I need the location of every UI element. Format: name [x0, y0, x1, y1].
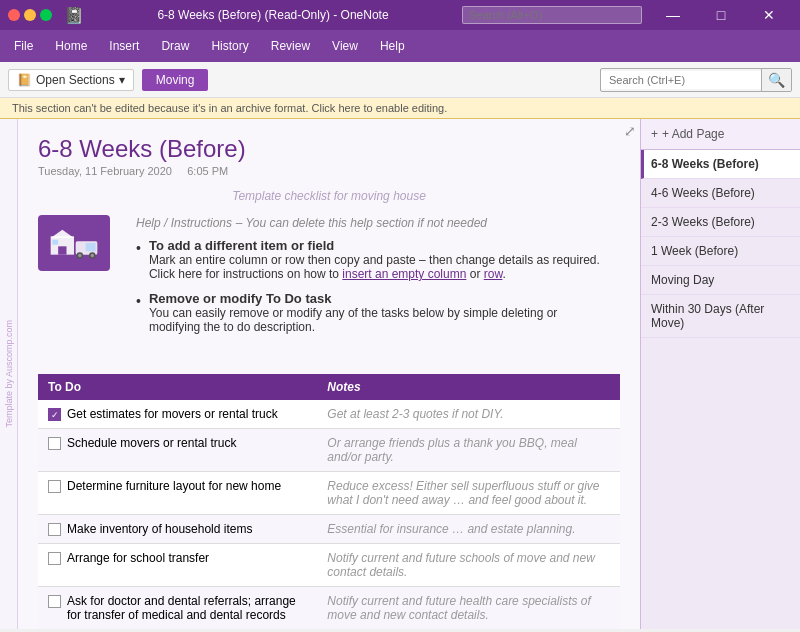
menu-draw[interactable]: Draw — [151, 35, 199, 57]
page-title: 6-8 Weeks (Before) — [38, 135, 620, 163]
search-input[interactable] — [601, 71, 761, 89]
close-button[interactable] — [8, 9, 20, 21]
menu-view[interactable]: View — [322, 35, 368, 57]
sidebar-page-item[interactable]: 1 Week (Before) — [641, 237, 800, 266]
template-note: Template checklist for moving house — [38, 189, 620, 203]
menu-help[interactable]: Help — [370, 35, 415, 57]
window-title: 6-8 Weeks (Before) (Read-Only) - OneNote — [84, 8, 462, 22]
todo-cell: Determine furniture layout for new home — [38, 472, 317, 515]
todo-cell: Schedule movers or rental truck — [38, 429, 317, 472]
todo-table: To Do Notes Get estimates for movers or … — [38, 374, 620, 629]
window-close-button[interactable]: ✕ — [746, 0, 792, 30]
date-text: Tuesday, 11 February 2020 — [38, 165, 172, 177]
svg-rect-5 — [86, 243, 96, 251]
insert-row-link[interactable]: row — [484, 267, 503, 281]
svg-point-9 — [91, 254, 94, 257]
plus-icon: + — [651, 127, 658, 141]
help-item-2: • Remove or modify To Do task You can ea… — [136, 291, 610, 334]
notes-cell: Get at least 2-3 quotes if not DIY. — [317, 400, 620, 429]
truck-icon-box — [38, 215, 110, 271]
svg-marker-1 — [51, 230, 74, 238]
page-date: Tuesday, 11 February 2020 6:05 PM — [38, 165, 620, 177]
todo-cell: Ask for doctor and dental referrals; arr… — [38, 587, 317, 630]
menu-review[interactable]: Review — [261, 35, 320, 57]
table-row: Ask for doctor and dental referrals; arr… — [38, 587, 620, 630]
menu-file[interactable]: File — [4, 35, 43, 57]
help-item-1: • To add a different item or field Mark … — [136, 238, 610, 281]
todo-cell: Arrange for school transfer — [38, 544, 317, 587]
menubar: File Home Insert Draw History Review Vie… — [0, 30, 800, 62]
todo-checkbox[interactable] — [48, 437, 61, 450]
page-list: 6-8 Weeks (Before)4-6 Weeks (Before)2-3 … — [641, 150, 800, 629]
help-heading-2: Remove or modify To Do task — [149, 291, 332, 306]
add-page-button[interactable]: + + Add Page — [641, 119, 800, 150]
svg-rect-2 — [58, 246, 66, 254]
main-layout: Template by Auscomp.com ⤢ 6-8 Weeks (Bef… — [0, 119, 800, 629]
todo-label: Schedule movers or rental truck — [67, 436, 236, 450]
min-button[interactable] — [24, 9, 36, 21]
help-item-2-content: Remove or modify To Do task You can easi… — [149, 291, 610, 334]
search-button[interactable]: 🔍 — [761, 69, 791, 91]
notes-cell: Notify current and future health care sp… — [317, 587, 620, 630]
sidebar-page-item[interactable]: Moving Day — [641, 266, 800, 295]
todo-cell: Make inventory of household items — [38, 515, 317, 544]
watermark-sidebar: Template by Auscomp.com — [0, 119, 18, 629]
todo-checkbox[interactable] — [48, 480, 61, 493]
insert-column-link[interactable]: insert an empty column — [342, 267, 466, 281]
bullet-icon-1: • — [136, 240, 141, 281]
menu-home[interactable]: Home — [45, 35, 97, 57]
todo-label: Arrange for school transfer — [67, 551, 209, 565]
todo-checkbox[interactable] — [48, 523, 61, 536]
titlebar: 📓 6-8 Weeks (Before) (Read-Only) - OneNo… — [0, 0, 800, 30]
table-row: Arrange for school transferNotify curren… — [38, 544, 620, 587]
notebook-icon: 📔 — [17, 73, 32, 87]
help-link-suffix: . — [502, 267, 505, 281]
titlebar-left: 📓 — [8, 6, 84, 25]
notes-cell: Reduce excess! Either sell superfluous s… — [317, 472, 620, 515]
help-area: Help / Instructions – You can delete thi… — [38, 215, 620, 360]
sidebar-page-item[interactable]: Within 30 Days (After Move) — [641, 295, 800, 338]
svg-rect-3 — [52, 240, 58, 245]
table-row: Make inventory of household itemsEssenti… — [38, 515, 620, 544]
table-header-notes: Notes — [317, 374, 620, 400]
max-button[interactable] — [40, 9, 52, 21]
todo-checkbox[interactable] — [48, 552, 61, 565]
warning-text: This section can't be edited because it'… — [12, 102, 447, 114]
notes-cell: Or arrange friends plus a thank you BBQ,… — [317, 429, 620, 472]
right-sidebar: + + Add Page 6-8 Weeks (Before)4-6 Weeks… — [640, 119, 800, 629]
svg-point-7 — [78, 254, 81, 257]
moving-tab[interactable]: Moving — [142, 69, 209, 91]
title-search-input[interactable] — [462, 6, 642, 24]
truck-icon — [49, 223, 99, 263]
sidebar-page-item[interactable]: 4-6 Weeks (Before) — [641, 179, 800, 208]
todo-checkbox[interactable] — [48, 595, 61, 608]
maximize-button[interactable]: □ — [698, 0, 744, 30]
chevron-down-icon: ▾ — [119, 73, 125, 87]
table-header-todo: To Do — [38, 374, 317, 400]
menu-insert[interactable]: Insert — [99, 35, 149, 57]
help-link-middle-1: or — [466, 267, 483, 281]
help-item-1-content: To add a different item or field Mark an… — [149, 238, 600, 281]
open-sections-label: Open Sections — [36, 73, 115, 87]
help-subtitle: – You can delete this help section if no… — [236, 216, 487, 230]
notes-cell: Notify current and future schools of mov… — [317, 544, 620, 587]
todo-label: Ask for doctor and dental referrals; arr… — [67, 594, 307, 622]
help-section: Help / Instructions – You can delete thi… — [126, 215, 620, 344]
expand-button[interactable]: ⤢ — [624, 123, 636, 139]
content-area: ⤢ 6-8 Weeks (Before) Tuesday, 11 Februar… — [18, 119, 640, 629]
menu-history[interactable]: History — [201, 35, 258, 57]
help-heading-1: To add a different item or field — [149, 238, 334, 253]
table-row: Schedule movers or rental truckOr arrang… — [38, 429, 620, 472]
sidebar-page-item[interactable]: 6-8 Weeks (Before) — [641, 150, 800, 179]
minimize-button[interactable]: — — [650, 0, 696, 30]
open-sections-button[interactable]: 📔 Open Sections ▾ — [8, 69, 134, 91]
table-row: Get estimates for movers or rental truck… — [38, 400, 620, 429]
table-row: Determine furniture layout for new homeR… — [38, 472, 620, 515]
navbar: 📔 Open Sections ▾ Moving 🔍 — [0, 62, 800, 98]
help-body-2: You can easily remove or modify any of t… — [149, 306, 557, 334]
sidebar-page-item[interactable]: 2-3 Weeks (Before) — [641, 208, 800, 237]
time-text: 6:05 PM — [187, 165, 228, 177]
todo-checkbox[interactable] — [48, 408, 61, 421]
help-link-prefix-1: Click here for instructions on how to — [149, 267, 342, 281]
warning-bar[interactable]: This section can't be edited because it'… — [0, 98, 800, 119]
